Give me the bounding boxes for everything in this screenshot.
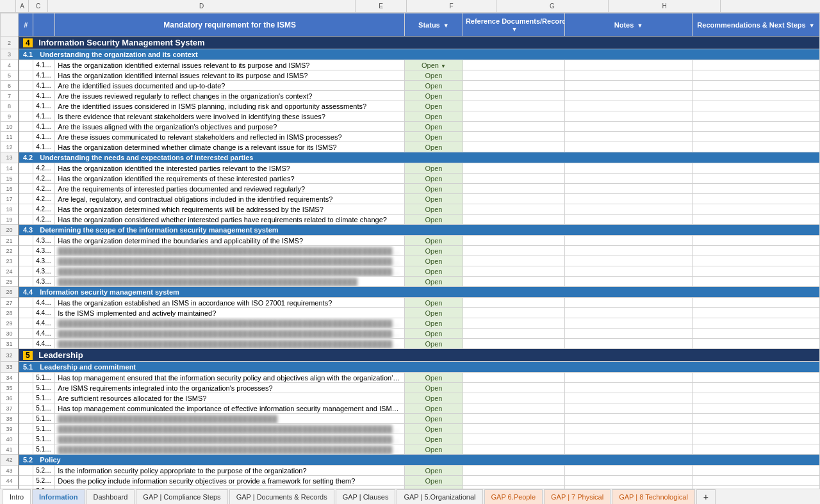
col-a-th[interactable]: # [19,13,33,37]
data-row-4-1-a: 4 4.1 (a) Has the organization identifie… [1,60,820,70]
data-row-5-1-d: 37 5.1 (d) Has top management communicat… [1,403,820,414]
data-row-4-3-d: 24 4.3 (d) █████████████████████████████… [1,266,820,277]
data-row-4-3-e: 25 4.3 (e) █████████████████████████████… [1,277,820,287]
data-row-4-4-e: 31 4.4 (e) █████████████████████████████… [1,339,820,349]
col-h-header: H [609,0,721,12]
tab-compliance-steps[interactable]: GAP | Compliance Steps [136,489,227,504]
subsection-4-2: 13 4.2 Understanding the needs and expec… [1,152,820,163]
section-4-label: 4 Information Security Management System [19,37,820,49]
data-row-4-3-c: 23 4.3 (c) █████████████████████████████… [1,256,820,266]
subsection-4-2-label: 4.2 Understanding the needs and expectat… [19,152,820,163]
subsection-4-4: 26 4.4 Information security management s… [1,287,820,298]
tab-information[interactable]: Information [32,489,85,504]
row-indicator-col [0,0,16,12]
data-row-4-1-f: 9 4.1 (f) Is there evidence that relevan… [1,111,820,122]
subsection-5-1-label: 5.1 Leadership and commitment [19,362,820,373]
data-table: # Mandatory requirement for the ISMS Sta… [0,13,820,489]
tab-gap-physical[interactable]: GAP | 7 Physical [544,489,611,504]
filter-arrow-notes[interactable]: ▼ [637,22,643,29]
data-row-5-1-c: 36 5.1 (c) Are sufficient resources allo… [1,393,820,403]
col-d-th[interactable]: Mandatory requirement for the ISMS [55,13,405,37]
col-h-th[interactable]: Recommendations & Next Steps ▼ [693,13,820,37]
col-f-th[interactable]: Reference Documents/Records ▼ [463,13,564,37]
tab-gap-people[interactable]: GAP 6.People [484,489,543,504]
section-5-num: 5 [23,351,33,360]
col-e-header: E [356,0,407,12]
data-row-4-1-e: 8 4.1 (e) Are the identified issues cons… [1,101,820,111]
filter-arrow-status[interactable]: ▼ [443,22,449,29]
column-letter-headers: A C D E F G H [0,0,820,13]
data-row-4-1-h: 11 4.1 (h) Are these issues communicated… [1,132,820,142]
data-row-5-1-e: 38 5.1 (e) █████████████████████████████… [1,414,820,424]
data-row-4-1-d: 7 4.1 (d) Are the issues reviewed regula… [1,91,820,101]
subsection-4-3-label: 4.3 Determining the scope of the informa… [19,225,820,236]
tab-documents-records[interactable]: GAP | Documents & Records [229,489,334,504]
tab-intro[interactable]: Intro [3,489,31,504]
row-num-header [1,13,19,37]
row-num-2: 2 [1,37,19,49]
col-g-header: G [496,0,609,12]
data-row-4-1-g: 10 4.1 (g) Are the issues aligned with t… [1,122,820,132]
data-row-5-1-b: 35 5.1 (b) Are ISMS requirements integra… [1,383,820,393]
subsection-4-1: 3 4.1 Understanding the organization and… [1,49,820,60]
data-row-5-1-g: 40 5.1 (g) █████████████████████████████… [1,434,820,444]
subsection-4-4-label: 4.4 Information security management syst… [19,287,820,298]
data-row-4-2-a: 14 4.2 (a) Has the organization identifi… [1,163,820,174]
col-f-header: F [407,0,496,12]
tab-gap-clauses[interactable]: GAP | Clauses [336,489,396,504]
data-row-4-1-i: 12 4.1 (i) Has the organization determin… [1,142,820,152]
data-row-4-4-a: 27 4.4 (a) Has the organization establis… [1,298,820,308]
section-4-num: 4 [23,38,33,47]
header-row: # Mandatory requirement for the ISMS Sta… [1,13,820,37]
section-5-label: 5 Leadership [19,349,820,362]
dropdown-arrow[interactable]: ▼ [441,63,446,69]
tab-gap-organizational[interactable]: GAP | 5.Organizational [397,489,482,504]
data-row-5-1-h: 41 5.1 (h) █████████████████████████████… [1,444,820,455]
data-row-4-4-d: 30 4.4 (d) █████████████████████████████… [1,329,820,339]
subsection-5-1: 33 5.1 Leadership and commitment [1,362,820,373]
filter-arrow-rec[interactable]: ▼ [809,22,815,29]
subsection-5-2: 42 5.2 Policy [1,455,820,466]
tab-gap-technological[interactable]: GAP | 8 Technological [612,489,695,504]
data-row-4-2-c: 16 4.2 (c) Are the requirements of inter… [1,184,820,194]
data-row-4-2-e: 18 4.2 (e) Has the organization determin… [1,204,820,215]
data-row-4-2-d: 17 4.2 (d) Are legal, regulatory, and co… [1,194,820,204]
data-row-5-1-f: 39 5.1 (f) █████████████████████████████… [1,424,820,434]
data-row-4-1-b: 5 4.1 (b) Has the organization identifie… [1,70,820,81]
data-row-4-2-b: 15 4.2 (b) Has the organization identifi… [1,174,820,184]
tab-bar: Intro Information Dashboard GAP | Compli… [0,489,820,504]
tab-add-new[interactable]: + [696,489,716,504]
data-row-5-2-b: 44 5.2 (b) Does the policy include infor… [1,476,820,486]
col-g-th[interactable]: Notes ▼ [565,13,693,37]
col-d-header: D [48,0,356,12]
data-row-4-4-b: 28 4.4 (b) Is the ISMS implemented and a… [1,308,820,318]
main-table[interactable]: # Mandatory requirement for the ISMS Sta… [0,13,820,489]
subsection-5-2-label: 5.2 Policy [19,455,820,466]
subsection-4-1-label: 4.1 Understanding the organization and i… [19,49,820,60]
data-row-5-2-a: 43 5.2 (a) Is the information security p… [1,466,820,476]
data-row-4-2-f: 19 4.2 (f) Has the organization consider… [1,215,820,225]
data-row-5-1-a: 34 5.1 (a) Has top management ensured th… [1,373,820,383]
data-row-4-1-c: 6 4.1 (c) Are the identified issues docu… [1,81,820,91]
spreadsheet-container: A C D E F G H # M [0,0,820,504]
tab-dashboard[interactable]: Dashboard [86,489,135,504]
section-row-5: 32 5 Leadership [1,349,820,362]
data-row-4-3-a: 21 4.3 (a) Has the organization determin… [1,236,820,246]
col-c-header: C [29,0,48,12]
col-a-header: A [16,0,29,12]
filter-arrow-ref[interactable]: ▼ [512,26,518,33]
subsection-4-3: 20 4.3 Determining the scope of the info… [1,225,820,236]
col-c-th[interactable] [33,13,55,37]
section-row-4: 2 4 Information Security Management Syst… [1,37,820,49]
data-row-4-3-b: 22 4.3 (b) █████████████████████████████… [1,246,820,256]
data-row-4-4-c: 29 4.4 (c) █████████████████████████████… [1,318,820,329]
col-e-th[interactable]: Status ▼ [404,13,463,37]
